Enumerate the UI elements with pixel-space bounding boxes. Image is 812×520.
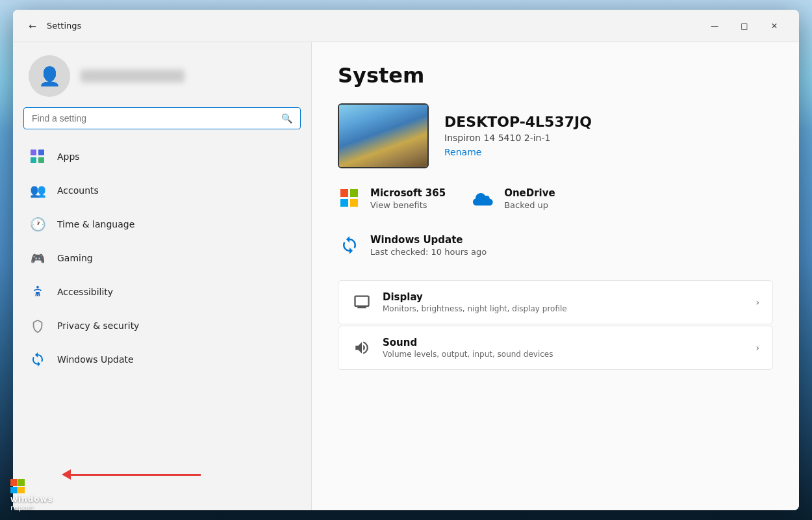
device-card: DESKTOP-4L537JQ Inspiron 14 5410 2-in-1 … — [338, 103, 773, 168]
search-icon: 🔍 — [281, 113, 292, 124]
svg-point-0 — [36, 286, 39, 289]
sidebar-item-apps[interactable]: Apps — [18, 140, 306, 174]
windows-update-service[interactable]: Windows Update Last checked: 10 hours ag… — [338, 228, 773, 262]
microsoft365-info: Microsoft 365 View benefits — [370, 187, 446, 210]
window-title: Settings — [47, 21, 700, 31]
back-button[interactable]: ← — [23, 17, 42, 35]
microsoft365-subtitle: View benefits — [370, 200, 446, 210]
minimize-button[interactable]: — — [700, 16, 729, 36]
rename-link[interactable]: Rename — [444, 147, 481, 157]
windows-report-logo: windows report — [10, 479, 53, 512]
sidebar-item-gaming-label: Gaming — [57, 253, 93, 263]
arrow-annotation — [62, 469, 201, 480]
user-name-blurred — [81, 70, 184, 83]
sound-text: Sound Volume levels, output, input, soun… — [383, 337, 745, 359]
search-input[interactable] — [32, 113, 276, 124]
sound-setting[interactable]: Sound Volume levels, output, input, soun… — [338, 326, 773, 370]
windows-update-icon — [338, 233, 361, 257]
sidebar-item-apps-label: Apps — [57, 151, 80, 162]
gaming-icon: 🎮 — [29, 249, 47, 267]
sidebar-item-time-language-label: Time & language — [57, 219, 134, 229]
windows-update-nav-icon — [29, 350, 47, 369]
content-area: 👤 🔍 — [13, 42, 799, 510]
sidebar: 👤 🔍 — [13, 42, 312, 510]
window-controls: — □ ✕ — [700, 16, 789, 36]
display-description: Monitors, brightness, night light, displ… — [383, 304, 745, 313]
arrow-line — [71, 474, 201, 476]
onedrive-info: OneDrive Backed up — [504, 187, 555, 210]
sidebar-item-windows-update[interactable]: Windows Update — [18, 343, 306, 376]
sidebar-item-accessibility-label: Accessibility — [57, 287, 113, 297]
sidebar-item-gaming[interactable]: 🎮 Gaming — [18, 241, 306, 275]
display-setting[interactable]: Display Monitors, brightness, night ligh… — [338, 280, 773, 324]
user-icon: 👤 — [38, 66, 61, 87]
sidebar-item-accounts-label: Accounts — [57, 185, 99, 196]
display-text: Display Monitors, brightness, night ligh… — [383, 291, 745, 313]
microsoft365-service[interactable]: Microsoft 365 View benefits — [338, 187, 446, 210]
windows-logo-icon — [10, 479, 25, 493]
watermark: windows report — [10, 479, 53, 512]
sound-description: Volume levels, output, input, sound devi… — [383, 350, 745, 359]
windows-update-name: Windows Update — [370, 234, 487, 246]
user-section: 👤 — [13, 42, 311, 107]
display-chevron: › — [755, 297, 759, 307]
avatar[interactable]: 👤 — [29, 55, 70, 97]
accounts-icon: 👥 — [29, 181, 47, 200]
watermark-text: windows report — [10, 495, 53, 512]
sound-chevron: › — [755, 343, 759, 353]
settings-window: ← Settings — □ ✕ 👤 🔍 — [13, 10, 799, 510]
device-model: Inspiron 14 5410 2-in-1 — [444, 133, 592, 143]
apps-icon — [29, 148, 47, 166]
sidebar-item-privacy-security-label: Privacy & security — [57, 320, 139, 331]
accessibility-icon — [29, 283, 47, 301]
onedrive-name: OneDrive — [504, 187, 555, 199]
time-icon: 🕐 — [29, 215, 47, 233]
display-name: Display — [383, 291, 745, 303]
windows-update-subtitle: Last checked: 10 hours ago — [370, 247, 487, 257]
nav-items: Apps 👥 Accounts 🕐 Time & language — [13, 140, 311, 510]
page-title: System — [338, 63, 773, 88]
privacy-icon — [29, 317, 47, 335]
settings-list: Display Monitors, brightness, night ligh… — [338, 280, 773, 370]
search-box[interactable]: 🔍 — [23, 107, 301, 129]
sidebar-item-windows-update-label: Windows Update — [57, 354, 134, 365]
sound-icon — [351, 337, 372, 358]
services-row: Microsoft 365 View benefits OneDrive Bac… — [338, 187, 773, 210]
onedrive-service[interactable]: OneDrive Backed up — [472, 187, 555, 210]
sound-name: Sound — [383, 337, 745, 348]
computer-name: DESKTOP-4L537JQ — [444, 114, 592, 130]
sidebar-item-privacy-security[interactable]: Privacy & security — [18, 309, 306, 343]
sidebar-item-accessibility[interactable]: Accessibility — [18, 275, 306, 309]
microsoft365-name: Microsoft 365 — [370, 187, 446, 199]
onedrive-icon — [472, 187, 495, 210]
titlebar: ← Settings — □ ✕ — [13, 10, 799, 42]
onedrive-subtitle: Backed up — [504, 200, 555, 210]
device-thumbnail — [338, 103, 429, 168]
device-info: DESKTOP-4L537JQ Inspiron 14 5410 2-in-1 … — [444, 114, 592, 158]
main-content: System DESKTOP-4L537JQ Inspiron 14 5410 … — [312, 42, 799, 510]
display-icon — [351, 292, 372, 313]
windows-update-info: Windows Update Last checked: 10 hours ag… — [370, 234, 487, 257]
sidebar-item-time-language[interactable]: 🕐 Time & language — [18, 207, 306, 241]
close-button[interactable]: ✕ — [760, 16, 789, 36]
maximize-button[interactable]: □ — [730, 16, 759, 36]
microsoft365-icon — [338, 187, 361, 210]
arrow-head — [62, 469, 71, 480]
sidebar-item-accounts[interactable]: 👥 Accounts — [18, 174, 306, 207]
